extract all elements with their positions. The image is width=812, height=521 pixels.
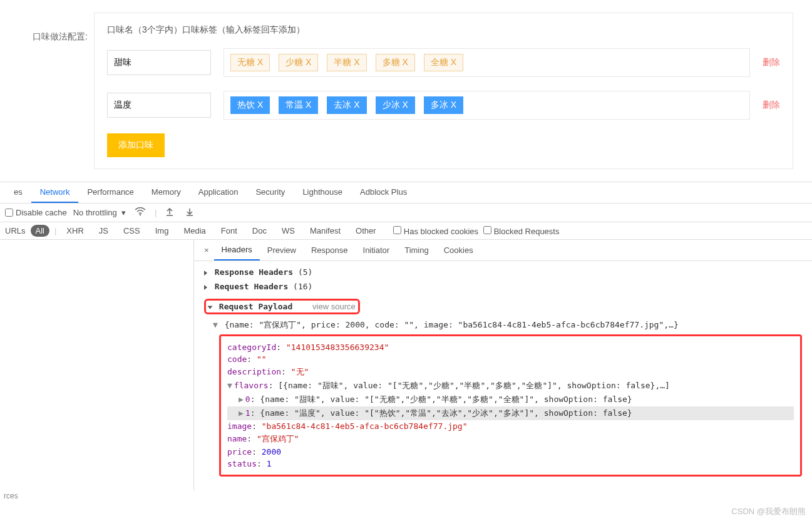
filter-ws[interactable]: WS: [277, 225, 300, 237]
tab-performance[interactable]: Performance: [78, 182, 142, 203]
blocked-requests-checkbox[interactable]: Blocked Requests: [483, 226, 559, 236]
triangle-icon: [208, 306, 213, 309]
request-list[interactable]: [0, 240, 194, 490]
flavor-config-form: 口味做法配置: 口味名（3个字内）口味标签（输入标签回车添加） 无糖 X 少糖 …: [0, 0, 812, 182]
form-hint: 口味名（3个字内）口味标签（输入标签回车添加）: [107, 24, 780, 36]
view-source-link[interactable]: view source: [312, 302, 356, 311]
response-headers-section[interactable]: Response Headers (5): [194, 265, 812, 279]
subtab-preview[interactable]: Preview: [260, 240, 304, 260]
form-label: 口味做法配置:: [19, 13, 94, 169]
tags-box-1[interactable]: 热饮 X 常温 X 去冰 X 少冰 X 多冰 X: [224, 91, 750, 120]
wifi-icon[interactable]: [132, 206, 148, 219]
tag[interactable]: 少糖 X: [279, 54, 318, 71]
delete-flavor-button[interactable]: 删除: [763, 57, 780, 68]
network-filters: URLs All | XHR JS CSS Img Media Font Doc…: [0, 222, 812, 240]
flavor-row: 无糖 X 少糖 X 半糖 X 多糖 X 全糖 X 删除: [107, 48, 780, 77]
filter-font[interactable]: Font: [216, 225, 242, 237]
devtools-tabs: es Network Performance Memory Applicatio…: [0, 182, 812, 204]
tag[interactable]: 半糖 X: [327, 54, 366, 71]
subtab-response[interactable]: Response: [304, 240, 356, 260]
filter-other[interactable]: Other: [351, 225, 381, 237]
subtab-cookies[interactable]: Cookies: [436, 240, 481, 260]
request-content: × Headers Preview Response Initiator Tim…: [194, 240, 812, 490]
tab-memory[interactable]: Memory: [143, 182, 190, 203]
subtab-timing[interactable]: Timing: [397, 240, 436, 260]
request-payload-section[interactable]: Request Payload view source: [194, 296, 812, 317]
tag[interactable]: 多糖 X: [376, 54, 415, 71]
tab-lighthouse[interactable]: Lighthouse: [294, 182, 351, 203]
payload-body: categoryId: "1410153483356639234" code: …: [219, 334, 802, 477]
json-line[interactable]: categoryId: "1410153483356639234": [227, 341, 794, 353]
tags-box-0[interactable]: 无糖 X 少糖 X 半糖 X 多糖 X 全糖 X: [224, 48, 750, 77]
svg-point-0: [140, 214, 141, 215]
payload-summary[interactable]: ▼ {name: "宫保鸡丁", price: 2000, code: "", …: [213, 319, 802, 331]
flavor-name-input-0[interactable]: [107, 50, 211, 75]
tag[interactable]: 无糖 X: [230, 54, 270, 71]
tab-es[interactable]: es: [5, 182, 31, 203]
tab-network[interactable]: Network: [31, 182, 79, 203]
json-line[interactable]: name: "宫保鸡丁": [227, 432, 794, 446]
upload-icon[interactable]: [163, 206, 177, 219]
triangle-icon: [204, 271, 207, 276]
tab-application[interactable]: Application: [190, 182, 247, 203]
subtab-initiator[interactable]: Initiator: [356, 240, 398, 260]
filter-manifest[interactable]: Manifest: [305, 225, 346, 237]
request-detail: × Headers Preview Response Initiator Tim…: [0, 240, 812, 490]
tab-security[interactable]: Security: [247, 182, 294, 203]
filter-xhr[interactable]: XHR: [61, 225, 88, 237]
tag[interactable]: 全糖 X: [424, 54, 463, 71]
json-line[interactable]: description: "无": [227, 365, 794, 379]
filter-js[interactable]: JS: [94, 225, 113, 237]
tag[interactable]: 少冰 X: [376, 96, 415, 114]
tab-adblock[interactable]: Adblock Plus: [351, 182, 416, 203]
request-headers-section[interactable]: Request Headers (16): [194, 279, 812, 294]
subtab-headers[interactable]: Headers: [214, 240, 260, 260]
disable-cache-checkbox[interactable]: Disable cache: [5, 208, 67, 217]
download-icon[interactable]: [183, 206, 197, 219]
tag[interactable]: 多冰 X: [424, 96, 463, 114]
filter-css[interactable]: CSS: [118, 225, 145, 237]
has-blocked-checkbox[interactable]: Has blocked cookies: [393, 226, 478, 236]
resources-label: rces: [0, 490, 812, 502]
json-line[interactable]: status: 1: [227, 458, 794, 470]
headers-content: Response Headers (5) Request Headers (16…: [194, 261, 812, 484]
add-flavor-button[interactable]: 添加口味: [107, 133, 165, 157]
urls-label: URLs: [5, 226, 26, 235]
detail-subtabs: × Headers Preview Response Initiator Tim…: [194, 240, 812, 261]
json-line[interactable]: code: "": [227, 353, 794, 365]
flavor-name-input-1[interactable]: [107, 93, 211, 118]
filter-all[interactable]: All: [31, 225, 49, 237]
close-icon[interactable]: ×: [199, 242, 214, 259]
json-line[interactable]: image: "ba561c84-4c81-4eb5-afca-bc6cb784…: [227, 420, 794, 432]
triangle-icon: [204, 285, 207, 290]
form-body: 口味名（3个字内）口味标签（输入标签回车添加） 无糖 X 少糖 X 半糖 X 多…: [94, 13, 793, 169]
json-line[interactable]: ▶1: {name: "温度", value: "["热饮","常温","去冰"…: [227, 406, 794, 420]
devtools-panel: es Network Performance Memory Applicatio…: [0, 182, 812, 502]
filter-doc[interactable]: Doc: [247, 225, 272, 237]
tag[interactable]: 热饮 X: [230, 96, 270, 114]
tag[interactable]: 去冰 X: [327, 96, 366, 114]
json-line[interactable]: ▼flavors: [{name: "甜味", value: "["无糖","少…: [227, 379, 794, 393]
flavor-row: 热饮 X 常温 X 去冰 X 少冰 X 多冰 X 删除: [107, 91, 780, 120]
json-line[interactable]: ▶0: {name: "甜味", value: "["无糖","少糖","半糖"…: [227, 393, 794, 406]
filter-media[interactable]: Media: [178, 225, 210, 237]
network-toolbar: Disable cache No throttling ▾ |: [0, 204, 812, 222]
filter-img[interactable]: Img: [150, 225, 174, 237]
delete-flavor-button[interactable]: 删除: [763, 100, 780, 111]
tag[interactable]: 常温 X: [279, 96, 318, 114]
json-line[interactable]: price: 2000: [227, 446, 794, 458]
throttling-select[interactable]: No throttling ▾: [73, 208, 126, 217]
